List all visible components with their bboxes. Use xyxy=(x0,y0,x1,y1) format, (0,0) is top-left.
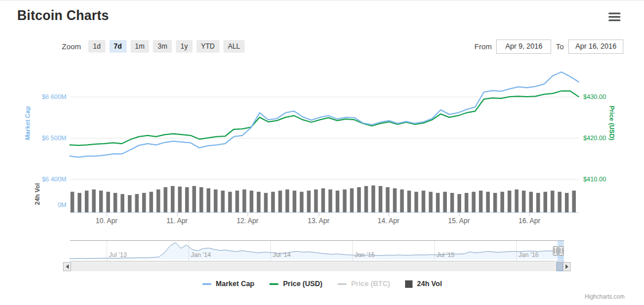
navigator-label-jul14: Jul '14 xyxy=(273,251,290,258)
volume-bar xyxy=(300,192,304,212)
volume-bar xyxy=(242,189,246,212)
x-axis-label-14apr: 14. Apr xyxy=(370,217,407,225)
navigator-series-line xyxy=(70,243,564,259)
legend-item-price-usd[interactable]: Price (USD) xyxy=(269,280,323,288)
highcharts-credit[interactable]: Highcharts.com xyxy=(547,294,625,300)
volume-bar xyxy=(565,193,569,212)
volume-bar xyxy=(443,192,447,212)
volume-bar xyxy=(479,191,483,212)
volume-bar xyxy=(508,191,512,212)
volume-bar xyxy=(128,195,132,212)
market-cap-series-line xyxy=(70,72,579,157)
volume-bar xyxy=(364,186,368,212)
volume-bar xyxy=(121,194,125,212)
navigator-left-handle[interactable] xyxy=(553,246,558,256)
right-axis-title: Price (USD) xyxy=(608,100,615,146)
volume-bar xyxy=(493,193,497,212)
zoom-button-all[interactable]: ALL xyxy=(223,40,245,53)
volume-bar xyxy=(70,192,74,212)
scrollbar-right-arrow-icon[interactable] xyxy=(563,262,571,271)
x-axis-label-12apr: 12. Apr xyxy=(229,217,266,225)
volume-bar xyxy=(371,185,375,212)
volume-bar xyxy=(178,187,182,212)
volume-bar xyxy=(429,192,433,212)
left-axis-title: Market Cap xyxy=(24,100,31,146)
volume-bar xyxy=(407,191,411,212)
page-title: Bitcoin Charts xyxy=(17,8,109,23)
volume-bar xyxy=(515,189,519,212)
volume-bar xyxy=(343,189,347,212)
volume-square-swatch-icon xyxy=(405,280,413,288)
volume-bar xyxy=(436,193,440,212)
volume-bar xyxy=(386,187,390,212)
from-label: From xyxy=(474,42,492,51)
zoom-button-3m[interactable]: 3m xyxy=(153,40,172,53)
volume-bar xyxy=(536,193,540,212)
volume-bar xyxy=(250,191,254,212)
legend-item-price-btc[interactable]: Price (BTC) xyxy=(337,280,390,288)
volume-bar xyxy=(357,187,361,212)
volume-bar xyxy=(551,191,555,212)
navigator-right-handle[interactable] xyxy=(559,246,564,256)
volume-bar xyxy=(214,189,218,212)
zoom-button-7d[interactable]: 7d xyxy=(109,40,127,53)
volume-bar xyxy=(450,193,454,212)
x-axis-label-11apr: 11. Apr xyxy=(159,217,195,225)
volume-bar xyxy=(235,191,239,212)
scrollbar-track[interactable] xyxy=(71,262,563,271)
zoom-label: Zoom xyxy=(62,42,81,51)
volume-bar xyxy=(92,189,96,212)
volume-bar xyxy=(199,187,203,212)
volume-bar xyxy=(264,193,268,212)
volume-bar xyxy=(486,192,490,212)
scrollbar-thumb[interactable] xyxy=(556,262,563,271)
volume-bar xyxy=(85,191,89,212)
volume-bar xyxy=(328,189,332,212)
x-axis-label-10apr: 10. Apr xyxy=(88,217,125,225)
volume-bar xyxy=(350,188,354,212)
volume-bar xyxy=(135,194,139,212)
from-date-input[interactable] xyxy=(496,39,551,54)
volume-bar xyxy=(529,192,533,212)
volume-bar xyxy=(107,192,111,212)
price-btc-line-swatch-icon xyxy=(337,283,347,285)
to-date-input[interactable] xyxy=(568,39,623,54)
right-axis-tick-410: $410.00 xyxy=(583,176,606,183)
navigator-label-jan15: Jan '15 xyxy=(355,251,375,258)
volume-bar xyxy=(113,193,117,212)
volume-bar xyxy=(221,191,225,212)
legend-item-market-cap[interactable]: Market Cap xyxy=(202,280,254,288)
volume-bar xyxy=(278,191,282,212)
legend-label: Price (BTC) xyxy=(351,280,390,288)
to-label: To xyxy=(556,42,564,51)
volume-bar xyxy=(293,191,297,212)
zoom-button-1y[interactable]: 1y xyxy=(176,40,193,53)
scrollbar-left-arrow-icon[interactable] xyxy=(63,262,71,271)
hamburger-menu-icon[interactable] xyxy=(608,13,621,21)
x-axis-label-16apr: 16. Apr xyxy=(511,217,548,225)
market-cap-line-swatch-icon xyxy=(202,283,211,285)
volume-bar xyxy=(271,192,275,212)
date-range-controls: From To xyxy=(470,39,623,54)
chart-legend: Market Cap Price (USD) Price (BTC) 24h V… xyxy=(0,280,644,288)
zoom-button-1m[interactable]: 1m xyxy=(131,40,150,53)
volume-bar xyxy=(336,191,340,212)
right-axis-tick-420: $420.00 xyxy=(583,134,606,141)
legend-label: Market Cap xyxy=(216,280,254,288)
price-usd-series-line xyxy=(70,91,579,145)
volume-bar xyxy=(164,187,168,212)
legend-item-24h-vol[interactable]: 24h Vol xyxy=(405,280,442,288)
x-axis-label-15apr: 15. Apr xyxy=(441,217,477,225)
navigator-label-jul15: Jul '15 xyxy=(437,251,454,258)
zoom-button-1d[interactable]: 1d xyxy=(88,40,105,53)
price-usd-line-swatch-icon xyxy=(269,283,278,285)
zoom-toolbar: Zoom 1d 7d 1m 3m 1y YTD ALL xyxy=(62,39,245,54)
volume-bar xyxy=(207,188,211,212)
volume-bar xyxy=(193,186,197,212)
navigator-label-jul13: Jul '13 xyxy=(109,251,127,258)
volume-bar xyxy=(99,191,103,212)
zoom-button-ytd[interactable]: YTD xyxy=(197,40,219,53)
volume-bar xyxy=(257,192,261,212)
volume-bar xyxy=(472,192,476,212)
volume-bar xyxy=(171,186,175,212)
